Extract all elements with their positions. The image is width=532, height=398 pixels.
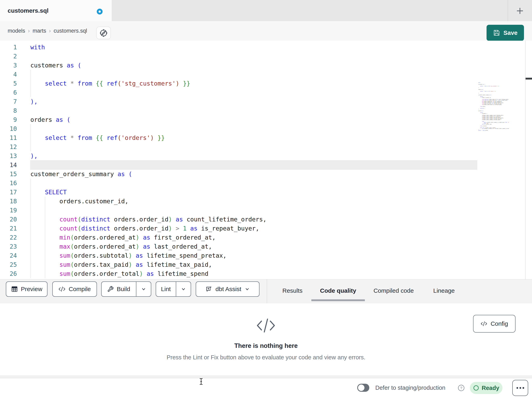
- tab-title: customers.sql: [8, 0, 49, 21]
- empty-state-title: There is nothing here: [0, 342, 532, 349]
- code-line-text: with: [30, 43, 45, 52]
- code-line-text: customers as (: [30, 61, 81, 70]
- code-line-text: sum(orders.subtotal) as lifetime_spend_p…: [30, 251, 227, 260]
- config-button-label: Config: [491, 320, 508, 327]
- status-circle-icon: [473, 385, 479, 391]
- code-line-23[interactable]: 23 max(orders.ordered_at) as last_ordere…: [0, 242, 532, 251]
- code-line-21[interactable]: 21 count(distinct orders.order_id) > 1 a…: [0, 224, 532, 233]
- editor-toolbar: Preview Compile Build: [0, 279, 532, 304]
- code-line-20[interactable]: 20 count(distinct orders.order_id) as co…: [0, 215, 532, 224]
- code-line-15[interactable]: 15customer_orders_summary as (: [0, 170, 532, 179]
- line-number: 20: [0, 215, 17, 224]
- assist-sparkle-chat-icon: [205, 286, 212, 293]
- breadcrumb: models›marts›customers.sql: [8, 21, 87, 41]
- empty-state-subtitle: Press the Lint or Fix button above to ev…: [0, 354, 532, 361]
- breadcrumb-item-file: customers.sql: [54, 28, 87, 34]
- defer-label: Defer to staging/production: [375, 378, 445, 397]
- save-button-label: Save: [503, 29, 518, 36]
- code-line-text: [30, 52, 34, 61]
- code-line-13[interactable]: 13),: [0, 151, 532, 160]
- code-line-11[interactable]: 11 select * from {{ ref('orders') }}: [0, 133, 532, 142]
- line-number: 21: [0, 224, 17, 233]
- ellipsis-icon: [516, 386, 525, 389]
- dbt-assist-button[interactable]: dbt Assist: [196, 281, 260, 297]
- panel-bottom-shadow: [0, 375, 532, 378]
- code-line-text: [30, 179, 34, 188]
- editor-scrollbar-thumb[interactable]: [526, 78, 532, 79]
- file-lineage-button[interactable]: [96, 26, 111, 39]
- help-icon[interactable]: ?: [458, 385, 465, 391]
- toolbar-divider: [267, 280, 267, 303]
- tab-customers-sql[interactable]: customers.sql: [0, 0, 112, 21]
- line-number: 8: [0, 106, 17, 115]
- code-editor[interactable]: 1with2 3customers as (4 5 select * from …: [0, 41, 532, 279]
- code-line-3[interactable]: 3customers as (: [0, 61, 532, 70]
- minimap[interactable]: with customers as ( select * from {{ ref…: [478, 82, 509, 132]
- code-icon: [58, 286, 66, 292]
- code-line-12[interactable]: 12: [0, 142, 532, 151]
- code-line-18[interactable]: 18 orders.customer_id,: [0, 197, 532, 206]
- code-line-text: [30, 70, 34, 79]
- line-number: 4: [0, 70, 17, 79]
- line-number: 17: [0, 188, 17, 197]
- code-line-text: SELECT: [30, 188, 67, 197]
- dbt-assist-label: dbt Assist: [215, 286, 241, 293]
- tabbar-divider: [508, 0, 508, 21]
- code-line-1[interactable]: 1with: [0, 43, 532, 52]
- code-line-text: count(distinct orders.order_id) as count…: [30, 215, 266, 224]
- code-line-text: ),: [30, 151, 38, 160]
- more-options-button[interactable]: [512, 380, 528, 396]
- svg-text:?: ?: [460, 386, 462, 390]
- chevron-down-icon: [141, 286, 146, 292]
- code-line-9[interactable]: 9orders as (: [0, 115, 532, 124]
- status-bar: Defer to staging/production ? Ready: [0, 378, 532, 398]
- defer-toggle[interactable]: [357, 384, 369, 392]
- code-line-2[interactable]: 2: [0, 52, 532, 61]
- code-line-17[interactable]: 17 SELECT: [0, 188, 532, 197]
- build-button-label: Build: [117, 286, 130, 293]
- breadcrumb-item-marts[interactable]: marts: [32, 28, 46, 34]
- code-line-text: [30, 106, 34, 115]
- code-line-24[interactable]: 24 sum(orders.subtotal) as lifetime_spen…: [0, 251, 532, 260]
- code-line-text: min(orders.ordered_at) as first_ordered_…: [30, 233, 216, 242]
- tab-compiled-code[interactable]: Compiled code: [374, 280, 414, 303]
- toggle-knob: [358, 385, 364, 391]
- code-line-7[interactable]: 7),: [0, 97, 532, 106]
- tab-results[interactable]: Results: [282, 280, 303, 303]
- code-line-26[interactable]: 26 sum(orders.order_total) as lifetime_s…: [0, 269, 532, 278]
- code-line-16[interactable]: 16: [0, 179, 532, 188]
- line-number: 7: [0, 97, 17, 106]
- code-line-text: sum(orders.order_total) as lifetime_spen…: [30, 269, 208, 278]
- line-number: 24: [0, 251, 17, 260]
- preview-button[interactable]: Preview: [6, 281, 47, 297]
- compile-button[interactable]: Compile: [52, 281, 97, 297]
- breadcrumb-item-models[interactable]: models: [8, 28, 25, 34]
- code-line-10[interactable]: 10: [0, 124, 532, 133]
- build-dropdown-button[interactable]: [136, 286, 151, 292]
- code-line-14[interactable]: 14: [0, 160, 532, 170]
- table-icon: [11, 286, 18, 293]
- code-line-6[interactable]: 6: [0, 88, 532, 97]
- chevron-down-icon: [181, 286, 186, 292]
- active-tab-underline: [311, 299, 365, 301]
- compile-button-label: Compile: [69, 286, 91, 293]
- line-number: 23: [0, 242, 17, 251]
- line-number: 13: [0, 151, 17, 160]
- tab-lineage[interactable]: Lineage: [433, 280, 455, 303]
- build-button[interactable]: Build: [101, 286, 136, 293]
- lint-button[interactable]: Lint: [156, 286, 176, 293]
- ready-status-badge[interactable]: Ready: [470, 382, 502, 394]
- new-tab-button[interactable]: [515, 6, 525, 16]
- code-line-8[interactable]: 8: [0, 106, 532, 115]
- code-line-5[interactable]: 5 select * from {{ ref('stg_customers') …: [0, 79, 532, 88]
- code-line-22[interactable]: 22 min(orders.ordered_at) as first_order…: [0, 233, 532, 242]
- code-line-4[interactable]: 4: [0, 70, 532, 79]
- line-number: 18: [0, 197, 17, 206]
- code-line-text: count(distinct orders.order_id) > 1 as i…: [30, 224, 259, 233]
- lint-dropdown-button[interactable]: [176, 286, 191, 292]
- line-number: 12: [0, 142, 17, 151]
- save-button[interactable]: Save: [487, 25, 524, 41]
- code-line-25[interactable]: 25 sum(orders.tax_paid) as lifetime_tax_…: [0, 260, 532, 269]
- config-button[interactable]: Config: [473, 315, 515, 333]
- code-line-19[interactable]: 19: [0, 206, 532, 215]
